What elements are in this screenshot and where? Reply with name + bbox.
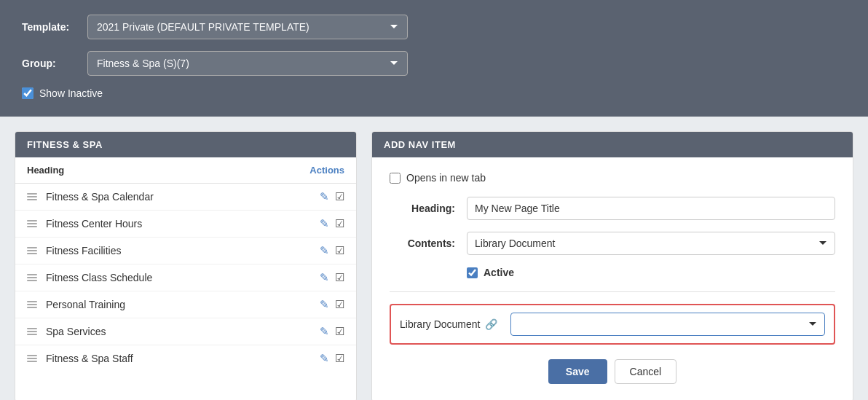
check-icon[interactable]: ☑ — [335, 271, 344, 284]
drag-handle[interactable] — [27, 301, 37, 308]
right-panel-body: Opens in new tab Heading: Contents: Libr… — [372, 157, 853, 400]
group-row: Group: Fitness & Spa (S)(7) — [22, 51, 846, 76]
action-icons: ✎ ☑ — [320, 325, 344, 338]
right-panel: ADD NAV ITEM Opens in new tab Heading: C… — [371, 131, 853, 400]
show-inactive-checkbox[interactable] — [22, 87, 33, 99]
opens-new-tab-label: Opens in new tab — [406, 172, 486, 184]
drag-handle[interactable] — [27, 193, 37, 200]
active-label: Active — [484, 267, 514, 278]
check-icon[interactable]: ☑ — [335, 190, 344, 203]
drag-handle[interactable] — [27, 355, 37, 362]
item-name: Spa Services — [46, 326, 314, 337]
list-item: Fitness & Spa Staff ✎ ☑ — [15, 345, 356, 372]
edit-icon[interactable]: ✎ — [320, 352, 329, 365]
item-name: Fitness Center Hours — [46, 218, 314, 230]
heading-label: Heading: — [390, 203, 455, 214]
contents-select[interactable]: Library Document — [467, 232, 835, 255]
list-item: Spa Services ✎ ☑ — [15, 318, 356, 345]
heading-field-row: Heading: — [390, 197, 835, 220]
library-doc-text: Library Document — [400, 318, 481, 330]
list-item: Fitness & Spa Calendar ✎ ☑ — [15, 184, 356, 211]
group-select[interactable]: Fitness & Spa (S)(7) — [87, 51, 408, 76]
check-icon[interactable]: ☑ — [335, 244, 344, 257]
check-icon[interactable]: ☑ — [335, 325, 344, 338]
template-label: Template: — [22, 21, 87, 33]
col-actions: Actions — [309, 165, 344, 176]
table-header: Heading Actions — [15, 157, 356, 184]
library-doc-row: Library Document 🔗 Document 1 Document 2 — [390, 304, 835, 345]
opens-new-tab-checkbox[interactable] — [390, 173, 401, 184]
active-row: Active — [390, 267, 835, 278]
check-icon[interactable]: ☑ — [335, 298, 344, 311]
action-icons: ✎ ☑ — [320, 244, 344, 257]
heading-input[interactable] — [467, 197, 835, 220]
action-icons: ✎ ☑ — [320, 298, 344, 311]
list-item: Fitness Center Hours ✎ ☑ — [15, 211, 356, 238]
item-name: Personal Training — [46, 299, 314, 310]
edit-icon[interactable]: ✎ — [320, 298, 329, 311]
library-doc-label: Library Document 🔗 — [400, 318, 502, 330]
list-item: Fitness Facilities ✎ ☑ — [15, 238, 356, 264]
edit-icon[interactable]: ✎ — [320, 271, 329, 284]
template-select[interactable]: 2021 Private (DEFAULT PRIVATE TEMPLATE) — [87, 15, 408, 39]
contents-field-row: Contents: Library Document — [390, 232, 835, 255]
main-content: FITNESS & SPA Heading Actions Fitness & … — [0, 117, 868, 400]
drag-handle[interactable] — [27, 247, 37, 254]
action-icons: ✎ ☑ — [320, 352, 344, 365]
action-icons: ✎ ☑ — [320, 190, 344, 203]
edit-icon[interactable]: ✎ — [320, 325, 329, 338]
save-button[interactable]: Save — [548, 359, 607, 384]
item-name: Fitness & Spa Calendar — [46, 191, 314, 203]
action-icons: ✎ ☑ — [320, 217, 344, 230]
show-inactive-row: Show Inactive — [22, 87, 846, 99]
drag-handle[interactable] — [27, 328, 37, 335]
contents-label: Contents: — [390, 238, 455, 249]
active-checkbox[interactable] — [467, 267, 478, 278]
check-icon[interactable]: ☑ — [335, 352, 344, 365]
edit-icon[interactable]: ✎ — [320, 244, 329, 257]
list-item: Fitness Class Schedule ✎ ☑ — [15, 264, 356, 291]
check-icon[interactable]: ☑ — [335, 217, 344, 230]
item-name: Fitness Class Schedule — [46, 272, 314, 283]
item-name: Fitness Facilities — [46, 245, 314, 256]
show-inactive-label: Show Inactive — [39, 87, 103, 99]
drag-handle[interactable] — [27, 274, 37, 281]
left-panel: FITNESS & SPA Heading Actions Fitness & … — [15, 131, 357, 400]
drag-handle[interactable] — [27, 220, 37, 227]
edit-icon[interactable]: ✎ — [320, 217, 329, 230]
action-icons: ✎ ☑ — [320, 271, 344, 284]
col-heading: Heading — [27, 165, 64, 176]
item-name: Fitness & Spa Staff — [46, 353, 314, 364]
left-panel-header: FITNESS & SPA — [15, 132, 356, 157]
opens-new-tab-row: Opens in new tab — [390, 172, 835, 184]
library-doc-select[interactable]: Document 1 Document 2 — [510, 313, 825, 336]
group-label: Group: — [22, 58, 87, 69]
button-row: Save Cancel — [390, 359, 835, 387]
link-icon: 🔗 — [485, 318, 497, 330]
cancel-button[interactable]: Cancel — [615, 359, 677, 384]
top-bar: Template: 2021 Private (DEFAULT PRIVATE … — [0, 0, 868, 117]
edit-icon[interactable]: ✎ — [320, 190, 329, 203]
template-row: Template: 2021 Private (DEFAULT PRIVATE … — [22, 15, 846, 39]
right-panel-header: ADD NAV ITEM — [372, 132, 853, 157]
list-item: Personal Training ✎ ☑ — [15, 291, 356, 318]
divider — [390, 291, 835, 292]
